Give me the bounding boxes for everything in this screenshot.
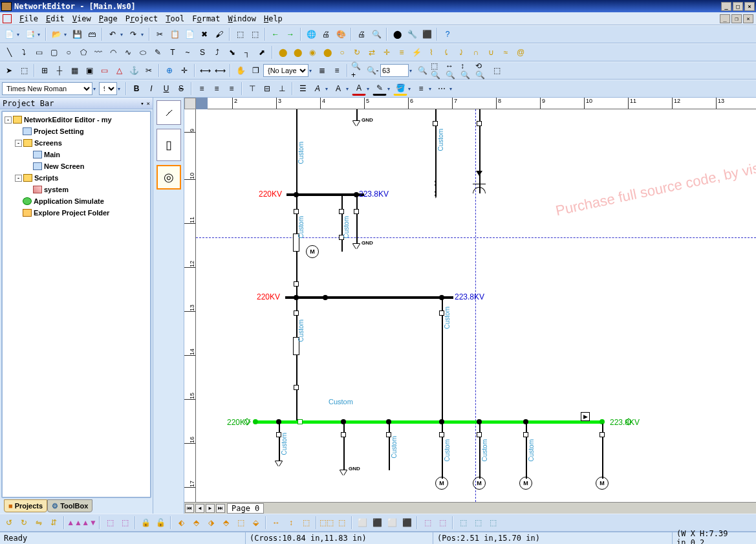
motor-symbol[interactable]: M (519, 477, 532, 490)
center-h-icon[interactable]: ⬚ (420, 516, 435, 530)
project-tree[interactable]: - NetworkEditor Editor - my Project Sett… (1, 111, 151, 498)
lineweight-icon[interactable]: ≡ (414, 82, 428, 96)
ground-symbol[interactable] (353, 121, 360, 126)
curve-icon[interactable]: ∿ (121, 45, 135, 60)
breaker-green[interactable] (297, 419, 303, 424)
new-page-icon[interactable]: 📑 (23, 27, 37, 41)
distribute-h-icon[interactable]: ⬚⬚ (319, 516, 334, 530)
zoomheight-icon[interactable]: ↕🔍 (460, 63, 474, 78)
sameheight-icon[interactable]: ↕ (284, 516, 298, 530)
breaker[interactable] (294, 209, 299, 214)
arrow[interactable] (476, 171, 482, 176)
polygon-icon[interactable]: ⬠ (76, 45, 91, 60)
connector3-icon[interactable]: ┐ (240, 45, 254, 60)
connector2-icon[interactable]: ⬊ (225, 45, 239, 60)
ruler-horizontal[interactable]: 234567891011121314 (208, 98, 756, 109)
bus[interactable] (285, 296, 453, 299)
tab-toolbox[interactable]: ⚙ ToolBox (47, 499, 92, 512)
page-first-button[interactable]: ⏮ (185, 504, 194, 513)
zoomregion-icon[interactable]: ⬚ (490, 63, 504, 78)
ground-symbol[interactable] (275, 461, 282, 466)
breaker[interactable] (599, 432, 605, 437)
tree-main[interactable]: Main (5, 149, 148, 160)
new-icon[interactable]: 📄 (2, 27, 16, 41)
wire[interactable] (343, 424, 345, 470)
breaker[interactable] (294, 385, 299, 390)
ground-symbol[interactable] (353, 244, 360, 249)
fillcolor-icon[interactable]: 🪣 (393, 82, 407, 96)
snapframe-icon[interactable]: ▣ (82, 63, 96, 78)
distribute-v-icon[interactable]: ⬚ (334, 516, 349, 530)
stencil-box[interactable]: ▯ (157, 129, 181, 161)
align-center2-icon[interactable]: ⬘ (189, 516, 203, 530)
tree-explore[interactable]: Explore Project Folder (5, 207, 148, 219)
motor-symbol[interactable]: M (596, 477, 609, 490)
redo-icon[interactable]: ↷ (126, 27, 140, 41)
layers-icon[interactable]: ≣ (315, 63, 329, 78)
menu-window[interactable]: Window (224, 13, 260, 25)
rect-icon[interactable]: ▭ (32, 45, 46, 60)
doc-close-button[interactable]: × (743, 14, 753, 23)
fontsize-dropdown[interactable]: 9 (99, 82, 117, 95)
text-icon[interactable]: T (166, 45, 180, 60)
play-marker[interactable]: ▶ (581, 412, 590, 421)
linestyle-icon[interactable]: ⋯ (435, 82, 449, 96)
breaker[interactable] (294, 310, 299, 316)
pan-icon[interactable]: ✋ (233, 63, 248, 78)
fontcolor-icon[interactable]: A (352, 82, 366, 96)
polyline-icon[interactable]: 〰 (91, 45, 105, 60)
tree-system[interactable]: system (5, 184, 148, 195)
transformer-symbol[interactable]: ⌇⌇ (429, 179, 442, 196)
ellipse-icon[interactable]: ○ (61, 45, 76, 60)
capacitor-top[interactable] (473, 184, 486, 184)
lineweight-arrow[interactable]: ▾ (429, 86, 434, 92)
cross-icon[interactable]: ✛ (380, 45, 394, 60)
web-icon[interactable]: 🌐 (304, 27, 318, 41)
connector4-icon[interactable]: ⬈ (255, 45, 269, 60)
wire[interactable] (279, 424, 280, 461)
align-right-icon[interactable]: ≡ (224, 82, 239, 96)
ungroup-icon[interactable]: ⬚ (248, 27, 262, 41)
print-icon[interactable]: 🖨 (319, 27, 333, 41)
project-bar-pin-icon[interactable]: ▾ (140, 100, 144, 107)
italic-icon[interactable]: I (144, 82, 158, 96)
crop-icon[interactable]: ✂ (142, 63, 156, 78)
zigzag-icon[interactable]: ⚡ (409, 45, 424, 60)
fontsize-dropdown-arrow[interactable]: ▾ (118, 86, 123, 92)
new-dropdown[interactable]: ▾ (17, 32, 22, 38)
menu-help[interactable]: Help (260, 13, 286, 25)
dip-icon[interactable]: ∪ (484, 45, 498, 60)
grid-icon[interactable]: ⊞ (38, 63, 52, 78)
tree-new-screen[interactable]: New Screen (5, 160, 148, 172)
flip-h2-icon[interactable]: ▲▲ (67, 516, 81, 530)
samewidth-icon[interactable]: ↔ (269, 516, 283, 530)
motor-symbol[interactable]: M (435, 477, 448, 490)
breaker[interactable] (354, 209, 359, 214)
bold-icon[interactable]: B (129, 82, 144, 96)
breaker[interactable] (294, 281, 299, 287)
breaker[interactable] (433, 121, 438, 126)
dimension2-icon[interactable]: ⟷ (213, 63, 227, 78)
space-v-icon[interactable]: ⬚ (471, 516, 485, 530)
expander-icon[interactable]: - (5, 116, 12, 124)
arrange-icon[interactable]: ⬚ (103, 516, 117, 530)
run-icon[interactable]: ⬤ (390, 27, 404, 41)
wave-icon[interactable]: ≈ (499, 45, 513, 60)
fence-icon[interactable]: ≡ (394, 45, 409, 60)
bring-front-icon[interactable]: ⬜ (355, 516, 369, 530)
send-backward-icon[interactable]: ⬛ (400, 516, 414, 530)
format-painter-icon[interactable]: 🖌 (212, 27, 226, 41)
rotate-left-icon[interactable]: ↺ (2, 516, 16, 530)
menu-format[interactable]: Format (188, 13, 224, 25)
anchor-icon[interactable]: ⚓ (127, 63, 141, 78)
tree-screens[interactable]: - Screens (5, 137, 148, 149)
pointer-icon[interactable]: ➤ (2, 63, 16, 78)
paste-icon[interactable]: 📄 (182, 27, 197, 41)
closed-curve-icon[interactable]: ⬭ (136, 45, 150, 60)
blob3-icon[interactable]: ◉ (305, 45, 319, 60)
undo-icon[interactable]: ↶ (105, 27, 120, 41)
bezier-icon[interactable]: S (195, 45, 210, 60)
zoomselect-icon[interactable]: ⬚🔍 (430, 63, 444, 78)
blob2-icon[interactable]: ⬤ (290, 45, 305, 60)
samesize-icon[interactable]: ⬚ (299, 516, 313, 530)
